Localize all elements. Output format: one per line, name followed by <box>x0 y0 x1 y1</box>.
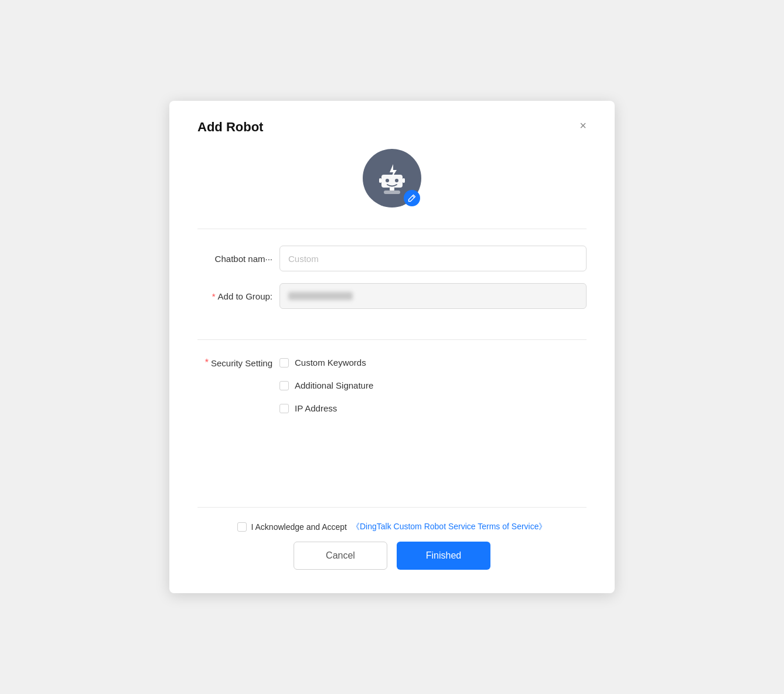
pencil-icon <box>408 194 416 202</box>
checkbox-ip-item[interactable]: IP Address <box>279 403 373 413</box>
form-section: Chatbot nam··· *Add to Group: <box>197 246 587 321</box>
security-label: Security Setting <box>211 358 272 368</box>
dialog-title: Add Robot <box>197 120 263 135</box>
svg-rect-5 <box>390 188 394 190</box>
acknowledge-row: I Acknowledge and Accept 《DingTalk Custo… <box>237 522 547 532</box>
cancel-button[interactable]: Cancel <box>294 542 387 570</box>
security-required-star: * <box>205 358 209 368</box>
checkbox-keywords-label: Custom Keywords <box>295 358 366 368</box>
chatbot-name-row: Chatbot nam··· <box>197 246 587 271</box>
add-robot-dialog: Add Robot × <box>169 101 615 593</box>
security-row: * Security Setting Custom Keywords Addit… <box>197 356 587 413</box>
security-section: * Security Setting Custom Keywords Addit… <box>197 356 587 413</box>
bottom-divider <box>197 507 587 508</box>
avatar-wrapper <box>363 149 421 207</box>
robot-icon <box>373 159 411 197</box>
terms-link[interactable]: 《DingTalk Custom Robot Service Terms of … <box>352 522 547 532</box>
svg-rect-4 <box>403 178 405 183</box>
chatbot-name-input[interactable] <box>279 246 587 271</box>
add-to-group-label: *Add to Group: <box>197 291 279 301</box>
checkbox-keywords-item[interactable]: Custom Keywords <box>279 358 373 368</box>
button-row: Cancel Finished <box>294 542 490 570</box>
footer-section: I Acknowledge and Accept 《DingTalk Custo… <box>197 522 587 570</box>
checkbox-keywords[interactable] <box>279 358 289 368</box>
checkbox-signature-label: Additional Signature <box>295 380 373 390</box>
checkbox-ip-label: IP Address <box>295 403 337 413</box>
edit-badge-button[interactable] <box>404 190 420 206</box>
chatbot-name-label: Chatbot nam··· <box>197 254 279 264</box>
acknowledge-text: I Acknowledge and Accept <box>251 522 347 532</box>
add-to-group-input[interactable] <box>279 283 587 309</box>
security-label-area: * Security Setting <box>197 356 279 368</box>
blurred-group-value <box>288 292 353 300</box>
checkbox-signature-item[interactable]: Additional Signature <box>279 380 373 390</box>
dialog-header: Add Robot × <box>197 120 587 135</box>
checkbox-signature[interactable] <box>279 381 289 390</box>
acknowledge-checkbox[interactable] <box>237 522 247 532</box>
middle-divider <box>197 339 587 340</box>
checkbox-ip[interactable] <box>279 404 289 413</box>
top-divider <box>197 229 587 229</box>
required-star: * <box>212 291 216 301</box>
avatar-section <box>197 149 587 207</box>
svg-rect-3 <box>379 178 381 183</box>
svg-rect-6 <box>384 190 400 194</box>
checkbox-group: Custom Keywords Additional Signature IP … <box>279 356 373 413</box>
finished-button[interactable]: Finished <box>397 542 490 570</box>
add-to-group-row: *Add to Group: <box>197 283 587 309</box>
svg-point-1 <box>386 179 389 182</box>
close-button[interactable]: × <box>580 120 587 131</box>
svg-point-2 <box>395 179 398 182</box>
